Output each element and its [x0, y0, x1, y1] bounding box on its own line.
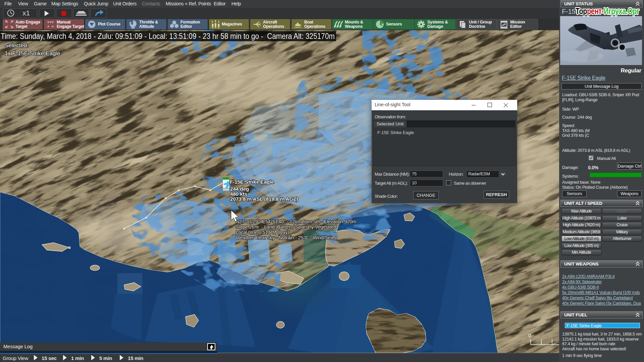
- svg-text:Local time 1:51 PM (Day): Local time 1:51 PM (Day): [236, 230, 289, 235]
- svg-text:F-15E Strike Eagle: F-15E Strike Eagle: [230, 179, 274, 185]
- svg-text:Slope 26% - Land: Barren / Sp: Slope 26% - Land: Barren / Sparsely Vege…: [236, 224, 336, 230]
- svg-text:N27°07'29", E54°51'40" - 12nm: N27°07'29", E54°51'40" - 12nm from sel -…: [236, 219, 356, 224]
- svg-text:Selected:: Selected:: [5, 42, 29, 49]
- svg-text:Weather Clear sky - No rain -: Weather Clear sky - No rain - 25°C - Win…: [236, 235, 337, 240]
- svg-text:2073.8 m ASL (819.8 m AGL): 2073.8 m ASL (819.8 m AGL): [230, 196, 298, 202]
- svg-text:0: 0: [528, 333, 531, 338]
- svg-text:Торрент-Игруха.Орг: Торрент-Игруха.Орг: [576, 6, 639, 16]
- svg-text:x1: x1: [22, 9, 30, 17]
- svg-text:1x F-15E Strike Eagle: 1x F-15E Strike Eagle: [5, 50, 60, 57]
